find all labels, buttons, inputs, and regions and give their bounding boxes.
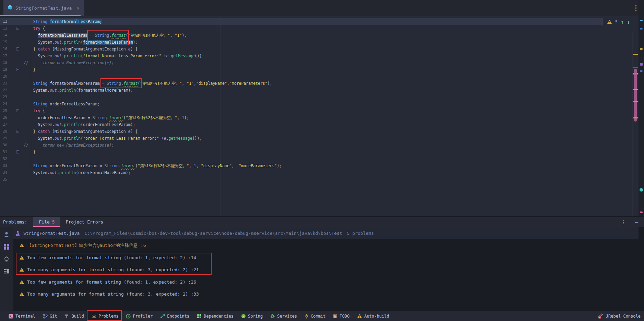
tab-file[interactable]: File 5 — [33, 217, 60, 227]
statusbar-commit-button[interactable]: Commit — [301, 311, 329, 321]
severity-grid-icon[interactable] — [3, 243, 10, 250]
fold-icon[interactable] — [16, 109, 19, 112]
problem-text: Too many arguments for format string (fo… — [27, 267, 199, 272]
code-line[interactable]: 25 try { — [0, 107, 631, 114]
statusbar-item-label: Spring — [248, 314, 263, 319]
code-line[interactable]: 34 System.out.println(orderFormatMorePar… — [0, 169, 631, 176]
problem-text: Too few arguments for format string (fou… — [27, 255, 196, 260]
code-line[interactable]: 26 orderFormatLessParam = String.format(… — [0, 114, 631, 121]
stripe-mark[interactable] — [633, 67, 638, 68]
warning-triangle-icon — [607, 19, 612, 25]
tab-stringformattest[interactable]: StringFormatTest.java × — [3, 0, 84, 16]
code-text: System.out.println(formatNormalMoreParam… — [24, 87, 133, 94]
code-line[interactable]: 14 formatNormalLessParam = String.format… — [0, 32, 631, 39]
statusbar-item-label: Auto-build — [364, 314, 389, 319]
prev-warning-icon[interactable]: ↑ — [621, 19, 624, 25]
code-line[interactable]: 19 } — [0, 66, 631, 73]
code-line[interactable]: 23 — [0, 94, 631, 101]
problem-row[interactable]: Too many arguments for format string (fo… — [13, 288, 639, 300]
code-line[interactable]: 21 String formatNormalMoreParam = String… — [0, 80, 631, 87]
jrebel-rocket-icon — [598, 313, 604, 320]
close-icon[interactable]: × — [76, 5, 79, 11]
statusbar-profiler-button[interactable]: Profiler — [122, 311, 156, 321]
problem-row[interactable]: Too few arguments for format string (fou… — [13, 276, 639, 288]
jrebel-console-button[interactable]: JRebel Console — [598, 311, 641, 321]
code-line[interactable]: 18// throw new RuntimeException(e); — [0, 59, 631, 66]
code-line[interactable]: 31 } — [0, 149, 631, 156]
code-line[interactable]: 22 System.out.println(formatNormalMorePa… — [0, 87, 631, 94]
fold-icon[interactable] — [16, 150, 19, 153]
line-number: 26 — [3, 114, 7, 121]
warning-stripe-mark[interactable] — [633, 101, 638, 102]
code-line[interactable]: 33 String orderFormatMoreParam = String.… — [0, 162, 631, 169]
error-stripe[interactable] — [632, 32, 639, 232]
problems-panel-header: Problems: File 5 Project Errors ⋮ — — [0, 216, 644, 227]
problem-row[interactable]: Too many arguments for format string (fo… — [13, 264, 639, 276]
code-text: String formatNormalLessParam; — [24, 18, 102, 25]
tab-project-errors[interactable]: Project Errors — [60, 217, 109, 227]
statusbar-item-label: Terminal — [15, 314, 35, 319]
fold-icon[interactable] — [16, 130, 19, 133]
fold-icon[interactable] — [16, 27, 19, 30]
java-class-icon — [8, 5, 13, 11]
code-line[interactable]: 27 System.out.println(orderFormatLessPar… — [0, 121, 631, 128]
next-warning-icon[interactable]: ↓ — [627, 19, 630, 25]
warning-triangle-icon — [19, 292, 24, 296]
inspector-person-icon[interactable] — [3, 231, 10, 238]
code-line[interactable]: 32 — [0, 156, 631, 162]
statusbar-endpoints-button[interactable]: Endpoints — [156, 311, 193, 321]
fold-icon[interactable] — [16, 68, 19, 71]
more-options-icon[interactable] — [635, 5, 636, 11]
java-test-file-icon — [15, 231, 21, 236]
code-line[interactable]: 24 String orderFormatLessParam; — [0, 101, 631, 107]
minimize-icon[interactable]: — — [635, 219, 638, 225]
code-line[interactable]: 12 String formatNormalLessParam; — [0, 18, 631, 25]
line-number: 24 — [3, 101, 7, 107]
code-line[interactable]: 16 } catch (MissingFormatArgumentExcepti… — [0, 46, 631, 53]
statusbar-dependencies-button[interactable]: Dependencies — [193, 311, 237, 321]
statusbar-git-button[interactable]: Git — [39, 311, 61, 321]
statusbar-item-label: TODO — [339, 314, 349, 319]
statusbar-item-label: Dependencies — [204, 314, 234, 319]
code-text: formatNormalLessParam = String.format("第… — [24, 32, 187, 39]
code-line[interactable]: 30// throw new RuntimeException(e); — [0, 142, 631, 149]
statusbar-auto-build-button[interactable]: Auto-build — [353, 311, 393, 321]
panel-options-icon[interactable]: ⋮ — [621, 219, 626, 225]
code-line[interactable]: 20 — [0, 73, 631, 80]
statusbar-build-button[interactable]: Build — [61, 311, 87, 321]
statusbar-problems-button[interactable]: Problems — [88, 311, 122, 321]
lightbulb-icon[interactable] — [3, 256, 10, 263]
code-line[interactable]: 13 try { — [0, 25, 631, 32]
problem-row[interactable]: Too few arguments for format string (fou… — [13, 252, 639, 264]
statusbar-todo-button[interactable]: TODO — [329, 311, 353, 321]
problems-file-row[interactable]: StringFormatTest.javaC:\Program_Files\Co… — [13, 227, 639, 239]
panel-layout-icon[interactable] — [3, 268, 10, 275]
fold-icon[interactable] — [16, 47, 19, 50]
statusbar-spring-button[interactable]: Spring — [237, 311, 266, 321]
todo-book-icon — [333, 314, 337, 319]
tab-file-count: 5 — [52, 219, 55, 225]
code-text: // throw new RuntimeException(e); — [24, 59, 114, 66]
statusbar-terminal-button[interactable]: Terminal — [5, 311, 39, 321]
statusbar-item-label: Git — [50, 314, 57, 319]
code-editor[interactable]: 12 String formatNormalLessParam;13 try {… — [0, 16, 644, 216]
code-line[interactable]: 35 — [0, 176, 631, 183]
warning-stripe-mark[interactable] — [633, 89, 638, 90]
code-line[interactable]: 15 System.out.println(formatNormalLessPa… — [0, 39, 631, 46]
line-number: 30 — [3, 142, 7, 149]
line-number: 12 — [3, 18, 7, 25]
statusbar-services-button[interactable]: Services — [266, 311, 301, 321]
code-text: } catch (MissingFormatArgumentException … — [24, 46, 138, 53]
warning-stripe-mark[interactable] — [633, 117, 638, 118]
code-line[interactable]: 17 System.out.println("format Normal Les… — [0, 53, 631, 59]
line-number: 31 — [3, 149, 7, 156]
code-line[interactable]: 29 System.out.println("order Format Less… — [0, 135, 631, 142]
code-text: System.out.println("format Normal Less P… — [24, 53, 204, 59]
warning-stripe-mark[interactable] — [633, 54, 638, 55]
code-text: String orderFormatLessParam; — [24, 101, 100, 107]
warning-count: 5 — [615, 20, 618, 24]
problem-row[interactable]: 【StringFormatTest】缺少包含@author的注释信息 :6 — [13, 239, 639, 251]
tab-title: StringFormatTest.java — [15, 5, 72, 11]
scrollbar-thumb[interactable] — [634, 69, 637, 122]
code-line[interactable]: 28 } catch (MissingFormatArgumentExcepti… — [0, 128, 631, 135]
